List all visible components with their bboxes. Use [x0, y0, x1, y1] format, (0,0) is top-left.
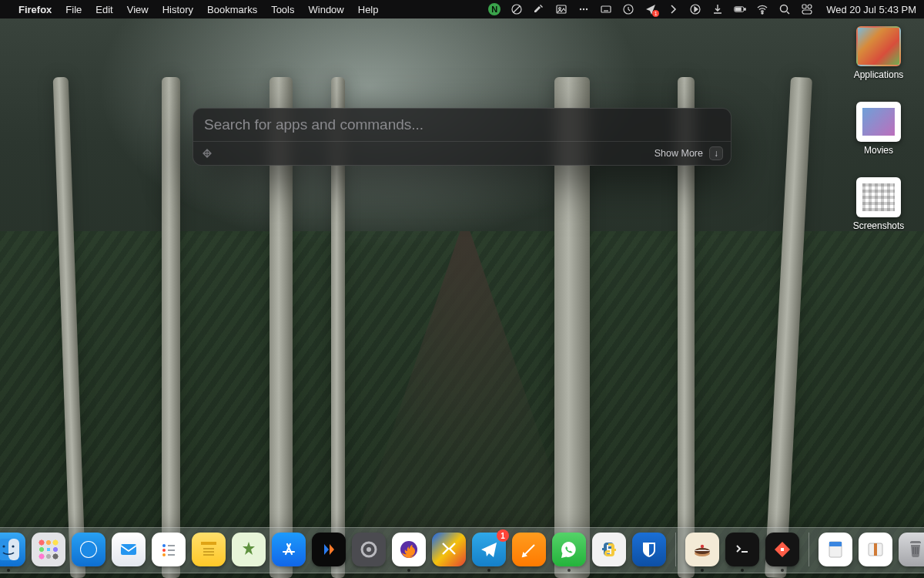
status-timemachine-icon[interactable] [622, 3, 634, 15]
svg-point-28 [162, 549, 166, 552]
svg-line-1 [514, 6, 520, 12]
desktop-item-label: Movies [864, 145, 893, 156]
dock-telegram-icon[interactable]: 1 [472, 533, 506, 566]
svg-rect-12 [745, 8, 746, 10]
desktop-wallpaper [0, 0, 924, 578]
dock-trash-icon[interactable] [899, 533, 924, 566]
dock-pycharm-icon[interactable] [592, 533, 626, 566]
menu-bookmarks[interactable]: Bookmarks [207, 4, 257, 15]
status-chevron-right-icon[interactable] [667, 3, 679, 15]
menubar-clock[interactable]: Wed 20 Jul 5:43 PM [826, 4, 916, 15]
svg-rect-19 [802, 10, 812, 14]
status-wifi-icon[interactable] [756, 3, 768, 15]
dock-media-icon[interactable] [312, 533, 346, 566]
dock-pages-icon[interactable] [512, 533, 546, 566]
dock-notes-icon[interactable] [192, 533, 226, 566]
dock-separator [675, 533, 676, 566]
menu-view[interactable]: View [127, 4, 149, 15]
applications-thumb-icon [856, 26, 901, 66]
svg-rect-18 [808, 5, 812, 8]
svg-rect-17 [802, 5, 806, 8]
svg-rect-26 [121, 544, 136, 555]
dock-safari-icon[interactable] [72, 533, 105, 566]
menu-history[interactable]: History [162, 4, 193, 15]
menu-tools[interactable]: Tools [271, 4, 294, 15]
dock-finder-icon[interactable] [0, 533, 25, 566]
show-more-button[interactable]: Show More ↓ [654, 146, 723, 160]
dock-settings-icon[interactable] [352, 533, 386, 566]
dock-bitwarden-icon[interactable] [632, 533, 666, 566]
dock-appstore-icon[interactable] [272, 533, 306, 566]
status-location-badge: 1 [652, 10, 659, 17]
svg-point-29 [162, 553, 166, 556]
svg-rect-45 [829, 542, 842, 546]
dock-launchpad-icon[interactable] [32, 533, 65, 566]
dock: 1 [0, 527, 924, 573]
dock-reminders-icon[interactable] [152, 533, 186, 566]
svg-point-5 [583, 8, 584, 10]
dock-terminal-icon[interactable] [725, 533, 759, 566]
svg-rect-21 [8, 539, 19, 560]
svg-point-25 [81, 542, 96, 557]
dock-mail-icon[interactable] [112, 533, 146, 566]
svg-point-3 [559, 8, 561, 10]
status-hammer-icon[interactable] [533, 3, 545, 15]
status-download-icon[interactable] [711, 3, 724, 15]
status-control-center-icon[interactable] [801, 3, 813, 15]
dock-whatsapp-icon[interactable] [552, 533, 586, 566]
status-battery-icon[interactable] [734, 3, 746, 15]
dock-separator [808, 533, 809, 566]
status-search-icon[interactable] [778, 3, 791, 15]
desktop-item-label: Applications [854, 69, 904, 80]
screenshots-thumb-icon [856, 177, 901, 217]
menu-file[interactable]: File [65, 4, 82, 15]
dock-tools-icon[interactable] [432, 533, 466, 566]
command-search-input[interactable] [204, 116, 720, 133]
dock-document-icon[interactable] [819, 533, 852, 566]
status-n-badge-icon[interactable]: N [488, 3, 500, 15]
menu-right: N 1 Wed 20 Jul 5:43 PM [488, 3, 916, 15]
svg-rect-43 [781, 548, 784, 551]
menu-left: Firefox File Edit View History Bookmarks… [18, 4, 379, 15]
svg-rect-13 [735, 8, 741, 11]
show-more-shortcut-icon: ↓ [709, 146, 723, 160]
command-palette: Show More ↓ [192, 108, 732, 166]
status-dots-icon[interactable] [578, 3, 590, 15]
status-play-circle-icon[interactable] [689, 3, 701, 15]
dock-raycast-icon[interactable] [765, 533, 799, 566]
dock-cake-icon[interactable] [685, 533, 719, 566]
show-more-label: Show More [654, 148, 703, 159]
svg-line-16 [787, 12, 789, 14]
svg-point-4 [580, 8, 581, 10]
menu-edit[interactable]: Edit [95, 4, 112, 15]
desktop-item-screenshots[interactable]: Screenshots [844, 177, 913, 231]
menubar: Firefox File Edit View History Bookmarks… [0, 0, 924, 18]
menu-app-name[interactable]: Firefox [18, 4, 52, 15]
svg-point-23 [12, 545, 14, 547]
svg-rect-33 [201, 542, 216, 545]
dock-telegram-badge: 1 [497, 529, 509, 542]
svg-rect-7 [601, 6, 611, 12]
dock-archive-icon[interactable] [859, 533, 892, 566]
status-location-icon[interactable]: 1 [644, 3, 657, 15]
svg-rect-47 [874, 543, 877, 556]
dock-openemu-icon[interactable] [232, 533, 266, 566]
svg-point-14 [762, 12, 763, 14]
svg-point-6 [586, 8, 588, 10]
svg-point-42 [701, 545, 704, 548]
status-photo-icon[interactable] [555, 3, 567, 15]
svg-point-22 [2, 545, 5, 547]
menu-help[interactable]: Help [358, 4, 379, 15]
status-keyboard-icon[interactable] [600, 3, 612, 15]
desktop-item-movies[interactable]: Movies [844, 102, 913, 156]
svg-point-15 [781, 5, 788, 12]
movies-thumb-icon [856, 102, 901, 142]
raycast-logo-icon [201, 147, 213, 160]
menu-window[interactable]: Window [309, 4, 344, 15]
status-circle-slash-icon[interactable] [511, 3, 523, 15]
desktop-item-applications[interactable]: Applications [844, 26, 913, 80]
svg-point-27 [162, 544, 166, 547]
dock-firefox-icon[interactable] [392, 533, 426, 566]
desktop-item-label: Screenshots [853, 220, 905, 231]
desktop-icons: Applications Movies Screenshots [844, 26, 913, 231]
